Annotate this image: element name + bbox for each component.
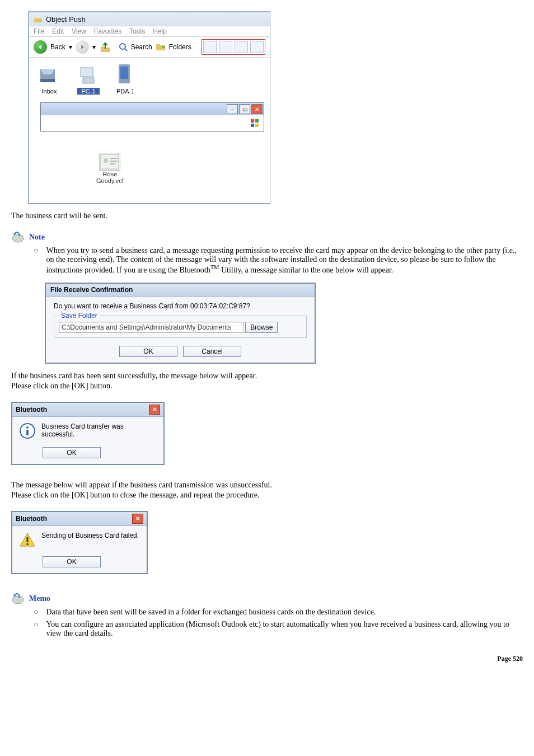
svg-rect-18 <box>27 537 29 542</box>
svg-point-16 <box>26 426 29 429</box>
close-icon[interactable]: ✕ <box>132 514 143 524</box>
svg-rect-1 <box>81 68 93 77</box>
svg-rect-17 <box>26 430 29 435</box>
bullet-marker: ○ <box>34 608 38 617</box>
svg-point-0 <box>120 44 125 49</box>
view-mode-buttons <box>202 39 265 55</box>
search-icon[interactable] <box>119 43 128 51</box>
success-messagebox: Bluetooth ✕ Business Card transfer was s… <box>11 402 165 465</box>
inbox-item[interactable]: Inbox <box>38 65 60 95</box>
bullet-marker: ○ <box>34 246 38 275</box>
memo-item-text: Data that have been sent will be saved i… <box>46 608 523 617</box>
menu-file[interactable]: File <box>34 27 44 35</box>
menu-view[interactable]: View <box>72 27 86 35</box>
child-window: ‒ ▭ ✕ <box>40 102 264 132</box>
pda-icon <box>116 63 132 86</box>
svg-point-14 <box>12 234 24 242</box>
explorer-titlebar: Object Push <box>29 12 270 26</box>
pc-item[interactable]: PC-1 <box>77 65 100 95</box>
cancel-button[interactable]: Cancel <box>183 346 241 357</box>
pda-label: PDA-1 <box>116 88 134 95</box>
body-paragraph: Please click on the [OK] button to close… <box>11 491 523 500</box>
memo-heading-row: Memo <box>11 593 523 604</box>
minimize-icon[interactable]: ‒ <box>227 104 238 114</box>
forward-button[interactable] <box>76 40 89 54</box>
menu-edit[interactable]: Edit <box>52 27 64 35</box>
vcard-icon <box>99 153 120 171</box>
save-path-input[interactable]: C:\Documents and Settings\Administrator\… <box>59 322 243 333</box>
dialog-question: Do you want to receive a Business Card f… <box>54 302 307 310</box>
menu-favorites[interactable]: Favorites <box>94 27 121 35</box>
view-thumb-icon[interactable] <box>203 41 217 53</box>
body-paragraph: The business card will be sent. <box>11 212 523 220</box>
dialog-title: File Receive Confirmation <box>46 284 315 297</box>
inbox-label: Inbox <box>38 88 60 95</box>
save-folder-group: Save Folder C:\Documents and Settings\Ad… <box>54 316 307 338</box>
body-paragraph: Please click on the [OK] button. <box>11 382 523 391</box>
svg-rect-7 <box>251 124 254 127</box>
messagebox-text: Business Card transfer was successful. <box>41 422 157 438</box>
info-icon <box>19 422 36 439</box>
file-receive-dialog: File Receive Confirmation Do you want to… <box>45 283 316 364</box>
view-icons-icon[interactable] <box>235 41 248 53</box>
bullet-marker: ○ <box>34 620 38 638</box>
svg-rect-4 <box>120 67 128 79</box>
note-icon <box>11 232 25 243</box>
view-list-icon[interactable] <box>250 41 264 53</box>
memo-item-text: You can configure an associated applicat… <box>46 620 523 638</box>
explorer-title: Object Push <box>46 15 86 24</box>
explorer-content: Inbox PC-1 PDA-1 ‒ ▭ ✕ <box>29 58 270 203</box>
messagebox-title: Bluetooth <box>16 515 47 523</box>
browse-button[interactable]: Browse <box>245 322 278 333</box>
folder-app-icon <box>34 15 43 24</box>
back-label: Back <box>50 43 65 51</box>
svg-rect-11 <box>110 158 118 159</box>
note-heading: Note <box>29 233 45 242</box>
memo-heading: Memo <box>29 594 50 603</box>
svg-rect-5 <box>251 119 254 123</box>
close-icon[interactable]: ✕ <box>251 104 263 114</box>
svg-rect-13 <box>110 163 115 165</box>
toolbar: Back ▾ ▾ Search Folders <box>29 37 270 58</box>
svg-rect-12 <box>110 161 118 162</box>
back-button[interactable] <box>34 40 47 54</box>
inbox-icon <box>38 65 60 86</box>
messagebox-title: Bluetooth <box>16 406 47 414</box>
page-footer: Page 520 <box>11 655 523 663</box>
vcf-label: Rose Goody.vcf <box>96 171 124 184</box>
pda-item[interactable]: PDA-1 <box>116 63 134 95</box>
folders-label: Folders <box>169 43 191 51</box>
note-item-text: When you try to send a business card, a … <box>46 246 523 275</box>
menubar: File Edit View Favorites Tools Help <box>29 26 270 37</box>
save-folder-legend: Save Folder <box>59 312 100 320</box>
vcf-file-item[interactable]: Rose Goody.vcf <box>96 153 124 184</box>
view-tile-icon[interactable] <box>219 41 232 53</box>
messagebox-text: Sending of Business Card failed. <box>41 532 139 539</box>
svg-rect-6 <box>255 119 259 123</box>
maximize-icon[interactable]: ▭ <box>239 104 250 114</box>
svg-rect-8 <box>255 124 259 127</box>
search-label: Search <box>131 43 152 51</box>
body-paragraph: The message below will appear if the bus… <box>11 481 523 490</box>
computer-icon <box>77 65 100 86</box>
ok-button[interactable]: OK <box>43 556 101 567</box>
ok-button[interactable]: OK <box>119 346 177 357</box>
folders-icon[interactable] <box>156 43 166 51</box>
svg-point-20 <box>12 596 24 604</box>
warning-icon <box>19 532 36 548</box>
ok-button[interactable]: OK <box>43 447 101 458</box>
menu-tools[interactable]: Tools <box>129 27 145 35</box>
pc-label: PC-1 <box>77 88 100 95</box>
svg-rect-19 <box>27 543 29 545</box>
explorer-window: Object Push File Edit View Favorites Too… <box>28 11 270 204</box>
note-icon <box>11 593 25 604</box>
close-icon[interactable]: ✕ <box>149 405 160 415</box>
body-paragraph: If the business card has been sent succe… <box>11 372 523 381</box>
svg-rect-2 <box>83 78 94 83</box>
note-heading-row: Note <box>11 232 523 243</box>
windows-flag-icon <box>250 119 259 128</box>
svg-point-10 <box>104 158 108 163</box>
up-folder-icon[interactable] <box>99 41 111 53</box>
fail-messagebox: Bluetooth ✕ Sending of Business Card fai… <box>11 511 148 574</box>
menu-help[interactable]: Help <box>153 27 167 35</box>
